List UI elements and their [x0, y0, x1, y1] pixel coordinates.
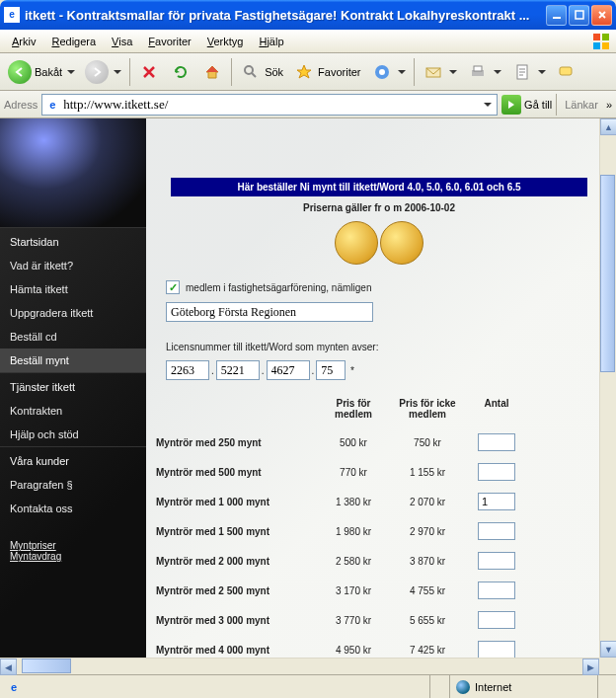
col-nonmember-price: Pris för icke medlem: [388, 398, 467, 420]
ie-page-icon: e: [44, 97, 60, 113]
nav-item[interactable]: Beställ mynt: [0, 349, 146, 372]
member-price: 1 980 kr: [319, 526, 388, 537]
links-chevron-icon[interactable]: »: [606, 99, 612, 111]
home-icon: [201, 61, 223, 83]
menu-favoriter[interactable]: Favoriter: [140, 33, 198, 50]
menu-hjälp[interactable]: Hjälp: [251, 33, 291, 50]
member-price: 4 950 kr: [319, 645, 388, 656]
horizontal-scrollbar[interactable]: ◀ ▶: [0, 658, 599, 674]
nonmember-price: 2 070 kr: [388, 497, 467, 507]
nav-item[interactable]: Kontrakten: [0, 399, 146, 423]
small-link[interactable]: Myntavdrag: [10, 551, 61, 562]
member-price: 500 kr: [319, 437, 388, 448]
license-part-3[interactable]: [267, 360, 310, 380]
stop-icon: [138, 61, 160, 83]
quantity-input[interactable]: [478, 433, 515, 451]
quantity-input[interactable]: [478, 522, 515, 540]
svg-rect-2: [593, 34, 600, 40]
mail-button[interactable]: [419, 59, 461, 85]
scroll-left-button[interactable]: ◀: [0, 659, 17, 675]
search-button[interactable]: Sök: [236, 59, 287, 85]
back-button[interactable]: Bakåt: [4, 58, 79, 86]
address-input[interactable]: [63, 97, 482, 113]
forward-button[interactable]: [81, 58, 125, 86]
print-button[interactable]: [463, 59, 505, 85]
table-row: Myntrör med 1 500 mynt1 980 kr2 970 kr: [156, 516, 599, 546]
small-link[interactable]: Myntpriser: [10, 540, 56, 551]
nav-item[interactable]: Hjälp och stöd: [0, 423, 146, 446]
nav-item[interactable]: Beställ cd: [0, 325, 146, 349]
license-row: . . . *: [166, 360, 592, 380]
quantity-input[interactable]: [478, 582, 515, 599]
mail-icon: [423, 61, 444, 83]
svg-rect-5: [602, 42, 609, 49]
table-row: Myntrör med 4 000 mynt4 950 kr7 425 kr: [156, 635, 599, 658]
quantity-input[interactable]: [478, 611, 515, 629]
toolbar: Bakåt Sök Favoriter: [0, 53, 616, 91]
links-label[interactable]: Länkar: [561, 99, 602, 111]
chevron-down-icon: [538, 70, 546, 74]
scroll-right-button[interactable]: ▶: [582, 659, 599, 675]
refresh-icon: [170, 61, 192, 83]
go-button[interactable]: Gå till: [501, 95, 552, 115]
nav-head[interactable]: Tjänster itkett: [0, 373, 146, 399]
menu-redigera[interactable]: Redigera: [43, 33, 104, 50]
print-icon: [467, 61, 489, 83]
edit-button[interactable]: [507, 59, 550, 85]
svg-rect-13: [560, 67, 572, 75]
discuss-button[interactable]: [552, 59, 581, 85]
member-checkbox[interactable]: ✓: [166, 280, 180, 294]
nav-head[interactable]: Våra kunder: [0, 447, 146, 473]
go-arrow-icon: [501, 95, 521, 115]
address-input-wrap[interactable]: e: [41, 94, 498, 116]
menu-arkiv[interactable]: Arkiv: [4, 33, 43, 50]
license-part-1[interactable]: [166, 360, 209, 380]
product-name: Myntrör med 250 mynt: [156, 437, 319, 448]
media-button[interactable]: [367, 59, 410, 85]
table-row: Myntrör med 2 500 mynt3 170 kr4 755 kr: [156, 576, 599, 605]
member-org-input[interactable]: [166, 302, 373, 322]
minimize-button[interactable]: [546, 5, 567, 26]
vertical-scrollbar[interactable]: ▲ ▼: [599, 118, 616, 658]
forward-arrow-icon: [85, 60, 109, 84]
edit-icon: [511, 61, 533, 83]
maximize-button[interactable]: [569, 5, 589, 26]
nav-item[interactable]: Vad är itkett?: [0, 254, 146, 277]
license-part-4[interactable]: [316, 360, 346, 380]
nav-item[interactable]: Hämta itkett: [0, 277, 146, 301]
menu-verktyg[interactable]: Verktyg: [199, 33, 252, 50]
refresh-button[interactable]: [166, 59, 195, 85]
stop-button[interactable]: [134, 59, 164, 85]
member-price: 770 kr: [319, 467, 388, 478]
scroll-up-button[interactable]: ▲: [600, 118, 616, 135]
menu-visa[interactable]: Visa: [104, 33, 140, 50]
windows-flag-icon: [592, 33, 610, 50]
quantity-input[interactable]: [478, 463, 515, 481]
table-row: Myntrör med 500 mynt770 kr1 155 kr: [156, 457, 599, 487]
chevron-down-icon[interactable]: [484, 103, 492, 107]
quantity-input[interactable]: [478, 552, 515, 570]
home-button[interactable]: [197, 59, 227, 85]
scroll-down-button[interactable]: ▼: [600, 641, 616, 658]
nonmember-price: 2 970 kr: [388, 526, 467, 537]
nonmember-price: 4 755 kr: [388, 585, 467, 596]
product-name: Myntrör med 1 500 mynt: [156, 526, 319, 537]
close-button[interactable]: [591, 5, 612, 26]
nav-item[interactable]: Paragrafen §: [0, 473, 146, 497]
nav-item[interactable]: Kontakta oss: [0, 497, 146, 520]
scroll-thumb[interactable]: [22, 659, 71, 673]
scroll-thumb[interactable]: [600, 175, 615, 372]
quantity-input[interactable]: [478, 641, 515, 658]
favorites-button[interactable]: Favoriter: [289, 59, 364, 85]
member-price: 3 170 kr: [319, 585, 388, 596]
star-icon: [293, 61, 315, 83]
nav-item[interactable]: Uppgradera itkett: [0, 301, 146, 325]
nav-head[interactable]: Startsidan: [0, 228, 146, 254]
license-part-2[interactable]: [216, 360, 260, 380]
ie-icon: e: [4, 7, 20, 23]
quantity-input[interactable]: [478, 493, 515, 510]
member-price: 2 580 kr: [319, 556, 388, 567]
table-row: Myntrör med 3 000 mynt3 770 kr5 655 kr: [156, 605, 599, 635]
chevron-down-icon: [114, 70, 121, 74]
svg-rect-0: [553, 17, 561, 19]
